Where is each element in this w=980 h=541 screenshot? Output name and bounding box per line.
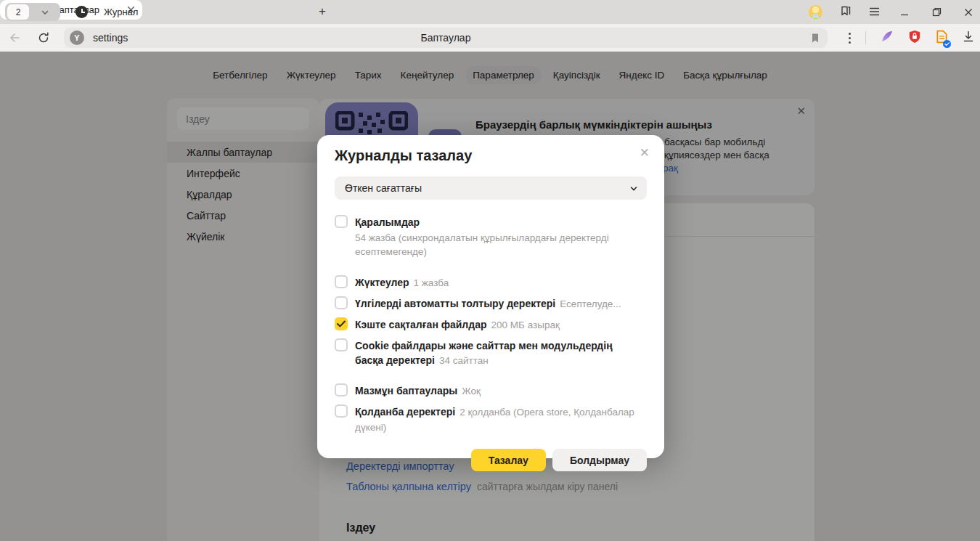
page-title: Баптаулар (64, 32, 828, 44)
dialog-title: Журналды тазалау (335, 147, 647, 165)
chevron-down-icon[interactable] (29, 8, 60, 17)
clear-item-app-data[interactable]: Қолданба деректері2 қолданба (Opera stor… (335, 404, 647, 435)
profile-avatar[interactable] (809, 5, 822, 19)
checkbox[interactable] (335, 296, 348, 309)
checkbox[interactable] (335, 383, 348, 396)
item-meta: Есептелуде... (560, 298, 621, 309)
clear-item-browsing[interactable]: Қаралымдар (335, 215, 647, 229)
toolbar-divider (865, 31, 866, 44)
purple-feather-extension-icon[interactable] (881, 30, 894, 46)
item-subtitle: 54 жазба (синхрондалатын құрылғылардағы … (355, 231, 647, 259)
tab-strip: 2 Журнал Баптаулар + (0, 0, 980, 24)
clear-item-autofill[interactable]: Үлгілерді автоматты толтыру деректеріЕсе… (335, 296, 647, 312)
clear-item-downloads[interactable]: Жүктеулер1 жазба (335, 275, 647, 290)
item-label: Үлгілерді автоматты толтыру деректері (355, 298, 555, 309)
checkbox[interactable] (335, 404, 348, 418)
bookmark-icon[interactable] (810, 33, 820, 44)
item-meta: Жоқ (462, 386, 481, 396)
cancel-button[interactable]: Болдырмау (552, 449, 647, 471)
clear-item-content-settings[interactable]: Мазмұн баптауларыЖоқ (335, 383, 647, 399)
tab-label: Журнал (104, 7, 138, 17)
window-close-button[interactable] (961, 8, 976, 17)
back-icon[interactable] (0, 33, 29, 43)
more-options-icon[interactable] (849, 33, 851, 44)
browser-toolbar: Y settings Баптаулар (0, 24, 980, 52)
clear-button[interactable]: Тазалау (471, 449, 546, 471)
tab-history[interactable]: Журнал (70, 0, 168, 24)
checkbox[interactable] (335, 275, 348, 288)
item-label: Қолданба деректері (355, 406, 455, 418)
period-select-value: Өткен сағаттағы (345, 182, 422, 194)
chevron-down-icon (629, 184, 638, 195)
downloads-icon[interactable] (963, 30, 974, 46)
item-meta: 200 МБ азырақ (491, 320, 560, 330)
item-meta: 1 жазба (414, 277, 449, 288)
item-label: Қаралымдар (355, 216, 420, 228)
tab-group-control[interactable]: 2 (5, 3, 60, 21)
clear-history-dialog: ✕ Журналды тазалау Өткен сағаттағы Қарал… (317, 135, 664, 458)
item-label: Жүктеулер (355, 277, 409, 288)
period-select[interactable]: Өткен сағаттағы (335, 176, 647, 200)
checkbox-checked[interactable] (335, 317, 348, 330)
checkbox[interactable] (335, 338, 348, 351)
window-restore-button[interactable] (929, 7, 944, 17)
clear-item-cache[interactable]: Кэште сақталған файлдар200 МБ азырақ (335, 317, 647, 333)
menu-hamburger-icon[interactable] (869, 6, 880, 19)
yandex-favicon: Y (70, 30, 84, 45)
dialog-close-icon[interactable]: ✕ (637, 142, 653, 163)
clock-icon (75, 6, 88, 18)
item-label: Мазмұн баптаулары (355, 385, 457, 396)
side-panels-icon[interactable] (840, 5, 852, 20)
protect-shield-icon[interactable] (908, 30, 921, 46)
document-extension-icon[interactable] (936, 30, 948, 46)
address-bar[interactable]: Y settings Баптаулар (64, 28, 828, 48)
window-minimize-button[interactable] (897, 8, 912, 17)
new-tab-button[interactable]: + (314, 4, 330, 20)
checkbox[interactable] (335, 215, 348, 228)
reload-icon[interactable] (29, 32, 58, 44)
tab-count-badge[interactable]: 2 (7, 4, 29, 20)
item-meta: 34 сайттан (439, 355, 489, 366)
url-text[interactable]: settings (93, 32, 128, 44)
clear-item-cookies[interactable]: Cookie файлдары және сайттар мен модульд… (335, 338, 647, 368)
item-label: Кэште сақталған файлдар (355, 319, 487, 330)
browser-window: 2 Журнал Баптаулар + (0, 0, 980, 541)
